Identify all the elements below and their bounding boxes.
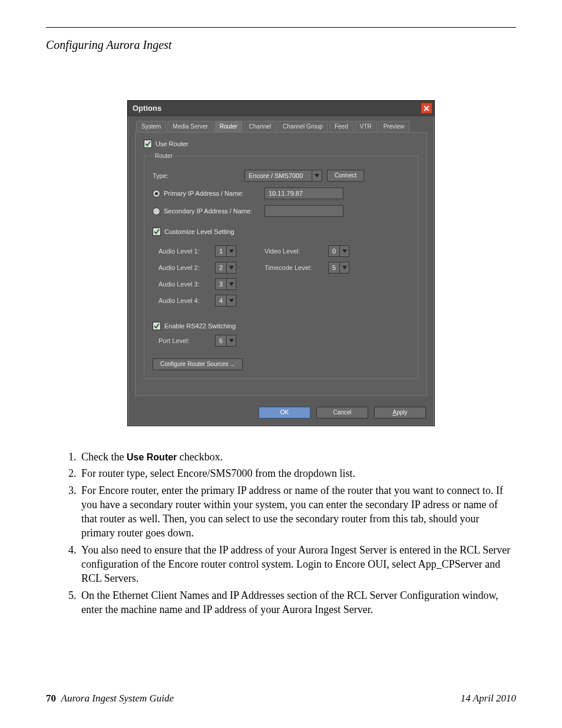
tab-feed[interactable]: Feed xyxy=(329,121,353,132)
chevron-down-icon xyxy=(312,170,322,181)
enable-rs422-label: Enable RS422 Switching xyxy=(164,322,236,330)
audio-level-4-label: Audio Level 4: xyxy=(158,297,210,304)
audio-level-1-label: Audio Level 1: xyxy=(158,248,210,255)
step-5: On the Ethernet Client Names and IP Addr… xyxy=(79,588,511,617)
configure-router-sources-button[interactable]: Configure Router Sources ... xyxy=(153,358,243,370)
dialog-footer: OK Cancel Apply xyxy=(128,402,434,426)
ok-button[interactable]: OK xyxy=(259,407,310,419)
close-icon[interactable] xyxy=(421,103,432,114)
page-number: 70 xyxy=(46,693,56,704)
instructions: Check the Use Router checkbox. For route… xyxy=(51,450,511,617)
video-level-select[interactable]: 0 xyxy=(328,245,349,257)
chevron-down-icon xyxy=(226,295,236,306)
tab-bar: System Media Server Router Channel Chann… xyxy=(128,116,434,132)
guide-title: Aurora Ingest System Guide xyxy=(61,693,174,704)
step-4: You also need to ensure that the IP addr… xyxy=(79,543,511,586)
apply-button[interactable]: Apply xyxy=(374,407,426,419)
secondary-label: Secondary IP Address / Name: xyxy=(164,207,252,215)
audio-level-4-select[interactable]: 4 xyxy=(215,295,236,307)
section-title: Configuring Aurora Ingest xyxy=(46,38,516,52)
tab-channel[interactable]: Channel xyxy=(244,121,276,132)
chevron-down-icon xyxy=(339,246,349,256)
port-level-label: Port Level: xyxy=(158,337,210,344)
chevron-down-icon xyxy=(226,262,236,273)
chevron-down-icon xyxy=(226,246,236,256)
tab-preview[interactable]: Preview xyxy=(378,121,410,132)
step-3: For Encore router, enter the primary IP … xyxy=(79,483,511,541)
secondary-ip-field[interactable] xyxy=(265,205,343,217)
titlebar: Options xyxy=(128,101,434,116)
type-value: Encore / SMS7000 xyxy=(245,172,312,179)
timecode-level-select[interactable]: 5 xyxy=(328,262,349,274)
use-router-checkbox[interactable] xyxy=(144,140,152,148)
primary-ip-field[interactable]: 10.11.79.87 xyxy=(265,187,343,199)
customize-level-label: Customize Level Setting xyxy=(164,228,234,235)
footer-date: 14 April 2010 xyxy=(461,693,516,704)
router-panel: Use Router Router Type: Encore / SMS7000… xyxy=(135,132,427,396)
port-level-select[interactable]: 6 xyxy=(215,335,236,347)
tab-router[interactable]: Router xyxy=(214,121,243,132)
page-footer: 70 Aurora Ingest System Guide 14 April 2… xyxy=(46,693,516,704)
enable-rs422-checkbox[interactable] xyxy=(153,322,161,330)
router-fieldset: Router Type: Encore / SMS7000 Connect Pr… xyxy=(144,153,418,379)
audio-level-1-select[interactable]: 1 xyxy=(215,245,236,257)
tab-system[interactable]: System xyxy=(136,121,166,132)
connect-button[interactable]: Connect xyxy=(327,170,364,182)
primary-radio[interactable] xyxy=(153,190,160,197)
audio-level-2-label: Audio Level 2: xyxy=(158,264,210,271)
type-select[interactable]: Encore / SMS7000 xyxy=(244,170,322,182)
customize-level-checkbox[interactable] xyxy=(153,228,161,236)
tab-channel-group[interactable]: Channel Group xyxy=(277,121,328,132)
chevron-down-icon xyxy=(226,279,236,289)
video-level-label: Video Level: xyxy=(265,248,323,255)
type-label: Type: xyxy=(153,172,240,179)
step-1: Check the Use Router checkbox. xyxy=(79,450,511,464)
options-dialog: Options System Media Server Router Chann… xyxy=(127,100,435,426)
step-2: For router type, select Encore/SMS7000 f… xyxy=(79,466,511,480)
chevron-down-icon xyxy=(226,335,236,346)
audio-level-3-label: Audio Level 3: xyxy=(158,281,210,288)
primary-label: Primary IP Address / Name: xyxy=(164,190,244,197)
router-legend: Router xyxy=(153,153,175,159)
dialog-title: Options xyxy=(133,104,161,113)
chevron-down-icon xyxy=(339,262,349,273)
tab-media-server[interactable]: Media Server xyxy=(167,121,213,132)
audio-level-2-select[interactable]: 2 xyxy=(215,262,236,274)
use-router-label: Use Router xyxy=(156,140,189,147)
timecode-level-label: Timecode Level: xyxy=(265,264,323,271)
tab-vtr[interactable]: VTR xyxy=(355,121,377,132)
cancel-button[interactable]: Cancel xyxy=(316,407,368,419)
secondary-radio[interactable] xyxy=(153,207,160,215)
audio-level-3-select[interactable]: 3 xyxy=(215,278,236,290)
